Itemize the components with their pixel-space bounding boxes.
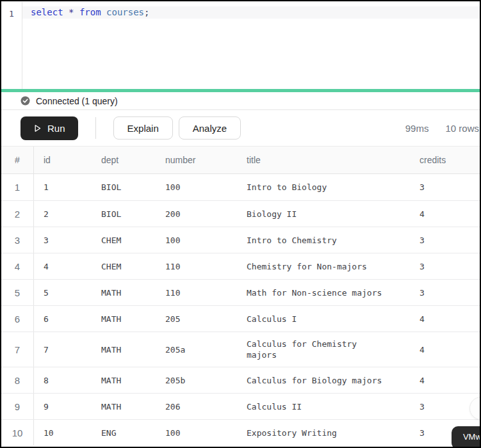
check-circle-icon [20,96,30,106]
cell-dept: MATH [92,332,156,367]
cell-title: Intro to Chemistry [237,227,410,253]
connection-status: Connected (1 query) [36,96,118,106]
code-area[interactable]: select * from courses; [22,2,480,89]
row-index: 5 [1,280,34,305]
status-bar: Connected (1 query) [1,92,480,110]
sql-token-plain [74,7,79,17]
table-row[interactable]: 33CHEM100Intro to Chemistry3 [1,227,480,253]
cell-number: 205b [156,367,237,393]
sql-token-punctuation: ; [144,7,149,17]
cell-credits: 3 [410,253,480,279]
cell-credits: 4 [410,201,480,227]
cell-title: Calculus for Biology majors [237,367,410,393]
vmware-badge-label: VMwa [463,432,481,442]
cell-id: 2 [34,201,92,227]
play-icon [33,124,42,132]
cell-number: 200 [156,201,237,227]
cell-credits: 4 [410,367,480,393]
code-line: select * from courses; [22,6,480,19]
row-index: 6 [1,306,34,332]
table-row[interactable]: 88MATH205bCalculus for Biology majors4 [1,367,480,393]
cell-id: 1 [34,174,92,200]
sql-token-plain [63,7,69,17]
row-index: 7 [1,332,34,367]
query-duration: 99ms [405,123,429,134]
sql-token-plain [101,7,106,17]
cell-title: Calculus I [237,306,410,332]
cell-dept: ENG [92,420,156,445]
cell-title: Intro to Biology [237,174,410,200]
column-header-number: number [156,147,237,173]
row-index: 1 [1,174,34,200]
column-header-index: # [1,147,34,173]
run-button[interactable]: Run [20,116,78,140]
cell-dept: MATH [92,367,156,393]
editor-gutter: 1 [1,2,22,89]
cell-credits: 3 [410,227,480,253]
row-index: 4 [1,253,34,279]
row-index: 8 [1,367,34,393]
cell-dept: CHEM [92,227,156,253]
cell-number: 100 [156,227,237,253]
cell-id: 8 [34,367,92,393]
cell-id: 5 [34,280,92,305]
table-row[interactable]: 55MATH110Math for Non-science majors3 [1,279,480,305]
cell-number: 206 [156,394,237,419]
cell-number: 100 [156,174,237,200]
cell-dept: BIOL [92,201,156,227]
sql-token-identifier: courses [106,7,144,17]
results-header: # id dept number title credits [1,147,480,174]
analyze-button[interactable]: Analyze [179,116,241,140]
cell-title: Math for Non-science majors [237,280,410,305]
column-header-dept: dept [92,147,156,173]
sql-token-keyword: from [79,7,101,17]
cell-number: 110 [156,280,237,305]
cell-id: 10 [34,420,92,445]
run-button-label: Run [47,123,65,134]
cell-title: Expository Writing [237,420,410,445]
cell-dept: CHEM [92,253,156,279]
toolbar-divider [95,117,96,139]
cell-credits: 4 [410,306,480,332]
cell-title: Chemistry for Non-majors [237,253,410,279]
column-header-credits: credits [410,147,480,173]
table-row[interactable]: 11BIOL100Intro to Biology3 [1,174,480,200]
sql-editor[interactable]: 1 select * from courses; [1,1,480,89]
cell-dept: MATH [92,280,156,305]
explain-button[interactable]: Explain [113,116,173,140]
sql-token-keyword: select [31,7,63,17]
line-number: 1 [9,9,14,19]
cell-id: 6 [34,306,92,332]
column-header-id: id [34,147,92,173]
cell-title: Calculus for Chemistry majors [237,332,410,367]
results-body: 11BIOL100Intro to Biology322BIOL200Biolo… [1,174,480,447]
cell-number: 205a [156,332,237,367]
table-row[interactable]: 99MATH206Calculus II3 [1,393,480,419]
row-count: 10 rows [445,123,479,134]
cell-id: 9 [34,394,92,419]
row-index: 3 [1,227,34,253]
cell-title: Biology II [237,201,410,227]
table-row[interactable]: 66MATH205Calculus I4 [1,305,480,332]
cell-id: 7 [34,332,92,367]
cell-title: Calculus II [237,394,410,419]
table-row[interactable]: 1010ENG100Expository Writing3 [1,419,480,445]
table-row[interactable]: 77MATH205aCalculus for Chemistry majors4 [1,332,480,367]
cell-id: 3 [34,227,92,253]
row-index: 10 [1,420,34,445]
cell-number: 100 [156,420,237,445]
cell-credits: 4 [410,332,480,367]
cell-number: 205 [156,306,237,332]
cell-dept: MATH [92,394,156,419]
table-row[interactable]: 44CHEM110Chemistry for Non-majors3 [1,253,480,279]
cell-number: 110 [156,253,237,279]
sql-client-window: 1 select * from courses; Connected (1 qu… [0,0,481,448]
cell-dept: BIOL [92,174,156,200]
table-row[interactable]: 22BIOL200Biology II4 [1,200,480,227]
row-index: 2 [1,201,34,227]
row-index: 9 [1,394,34,419]
cell-dept: MATH [92,306,156,332]
vmware-badge: VMwa [452,426,481,448]
toolbar: Run Explain Analyze 99ms 10 rows [1,110,480,147]
column-header-title: title [237,147,410,173]
